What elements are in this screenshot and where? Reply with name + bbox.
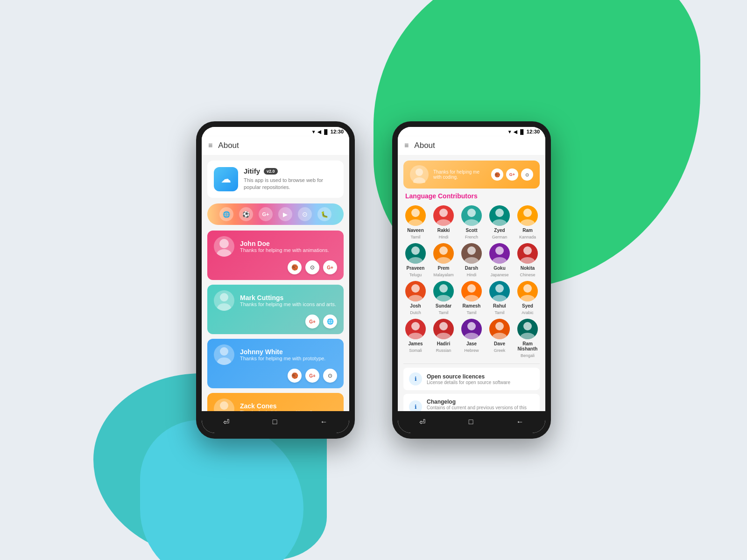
status-bar-left: ▼ ◀ ▐▌ 12:30 <box>202 127 349 136</box>
nav-home-left[interactable]: □ <box>265 416 285 428</box>
name-scott: Scott <box>466 228 478 233</box>
svg-point-16 <box>495 209 504 217</box>
contrib-zyed[interactable]: Zyed German <box>487 205 512 239</box>
contrib-jase[interactable]: Jase Hebrew <box>459 319 484 358</box>
contrib-naveen[interactable]: Naveen Tamil <box>403 205 428 239</box>
contributor-thanks-johnny: Thanks for helping me with prototype. <box>240 356 325 361</box>
name-rahul: Rahul <box>493 303 506 308</box>
mark-social-google[interactable]: G+ <box>305 315 319 329</box>
svg-point-20 <box>411 246 420 255</box>
svg-point-32 <box>439 284 448 293</box>
johnny-social-github[interactable]: ⊙ <box>323 369 337 383</box>
phone-right: ▼ ◀ ▐▌ 12:30 ≡ About <box>392 121 551 439</box>
john-social-google[interactable]: G+ <box>323 260 337 274</box>
avatar-zyed <box>489 205 510 226</box>
contrib-nokita[interactable]: Nokita Chinese <box>515 243 540 277</box>
wifi-icon-right: ▼ <box>507 129 512 134</box>
app-info-section: ☁ Jitify v2.0 This app is used to browse… <box>207 161 344 198</box>
svg-point-44 <box>467 322 476 330</box>
mark-social-web[interactable]: 🌐 <box>323 315 337 329</box>
lang-jase: Hebrew <box>464 348 479 353</box>
svg-point-31 <box>408 295 423 301</box>
name-sundar: Sundar <box>436 303 451 308</box>
contributor-card-john: John Doe Thanks for helping me with anim… <box>207 231 344 280</box>
avatar-rakki <box>433 205 454 226</box>
svg-point-15 <box>464 219 479 226</box>
license-text: Open source licences License details for… <box>427 373 510 385</box>
nav-recent-right[interactable]: ← <box>509 416 531 428</box>
contributor-socials-john: 🏀 ⊙ G+ <box>214 260 337 274</box>
contrib-ram[interactable]: Ram Kannada <box>515 205 540 239</box>
signal-icon: ◀ <box>317 129 321 134</box>
contrib-hadiri[interactable]: Hadiri Russian <box>431 319 456 358</box>
social-icon-bug[interactable]: 🐛 <box>317 207 331 221</box>
status-icons-right: ▼ ◀ ▐▌ 12:30 <box>507 129 540 134</box>
social-icon-github[interactable]: ⊙ <box>298 207 312 221</box>
svg-point-36 <box>495 284 504 293</box>
contributor-card-mark: Mark Cuttings Thanks for helping me with… <box>207 285 344 334</box>
contrib-prem[interactable]: Prem Malayalam <box>431 243 456 277</box>
contrib-praveen[interactable]: Praveen Telugu <box>403 243 428 277</box>
contrib-rakki[interactable]: Rakki Hindi <box>431 205 456 239</box>
lang-zyed: German <box>492 235 507 239</box>
contrib-rahul[interactable]: Rahul Tamil <box>487 281 512 315</box>
contributor-name-johnny: Johnny White <box>240 348 325 356</box>
contrib-syed[interactable]: Syed Arabic <box>515 281 540 315</box>
contributor-info-john: John Doe Thanks for helping me with anim… <box>240 240 329 253</box>
lang-ram-nishanth: Bengali <box>521 353 535 358</box>
contrib-ram-nishanth[interactable]: Ram Nishanth Bengali <box>515 319 540 358</box>
svg-point-37 <box>492 295 507 301</box>
contrib-ramesh[interactable]: Ramesh Tamil <box>459 281 484 315</box>
social-icon-dribbble[interactable]: ⚽ <box>239 207 253 221</box>
avatar-jase <box>461 319 482 339</box>
app-header-right: ≡ About <box>398 136 545 155</box>
name-zyed: Zyed <box>494 228 505 233</box>
app-logo-icon: ☁ <box>221 173 231 185</box>
lang-james: Somali <box>409 348 422 353</box>
social-icon-googleplus[interactable]: G+ <box>259 207 273 221</box>
johnny-social-dribbble[interactable]: 🏀 <box>288 369 302 383</box>
changelog-title: Changelog <box>427 399 534 405</box>
svg-point-23 <box>436 257 451 264</box>
avatar-josh <box>405 281 426 301</box>
menu-icon-left[interactable]: ≡ <box>208 141 212 150</box>
app-header-left: ≡ About <box>202 136 349 155</box>
john-social-dribbble[interactable]: 🏀 <box>288 260 302 274</box>
name-josh: Josh <box>410 303 421 308</box>
contributor-name-john: John Doe <box>240 240 329 247</box>
contrib-scott[interactable]: Scott French <box>459 205 484 239</box>
contributor-card-johnny: Johnny White Thanks for helping me with … <box>207 339 344 388</box>
svg-point-26 <box>495 246 504 255</box>
social-icon-play[interactable]: ▶ <box>278 207 292 221</box>
svg-point-30 <box>411 284 420 293</box>
avatar-prem <box>433 243 454 264</box>
nav-back-left[interactable]: ⏎ <box>216 416 237 428</box>
avatar-ramesh <box>461 281 482 301</box>
social-icon-web[interactable]: 🌐 <box>219 207 233 221</box>
contrib-james[interactable]: James Somali <box>403 319 428 358</box>
contrib-darsh[interactable]: Darsh Hindi <box>459 243 484 277</box>
partial-social-github[interactable]: ⊙ <box>521 168 533 181</box>
name-prem: Prem <box>437 266 449 271</box>
name-jase: Jase <box>466 341 477 346</box>
nav-back-right[interactable]: ⏎ <box>412 416 433 428</box>
svg-point-1 <box>217 249 232 257</box>
info-item-changelog[interactable]: ℹ Changelog Contains of current and prev… <box>403 394 540 411</box>
nav-recent-left[interactable]: ← <box>313 416 335 428</box>
partial-social-dribbble[interactable]: 🏀 <box>491 168 503 181</box>
nav-home-right[interactable]: □ <box>461 416 481 428</box>
name-ramesh: Ramesh <box>463 303 481 308</box>
lang-goku: Japanese <box>490 273 508 277</box>
contrib-dave[interactable]: Dave Greek <box>487 319 512 358</box>
contrib-sundar[interactable]: Sundar Tamil <box>431 281 456 315</box>
menu-icon-right[interactable]: ≡ <box>404 141 409 150</box>
info-item-license[interactable]: ℹ Open source licences License details f… <box>403 368 540 390</box>
john-social-github[interactable]: ⊙ <box>305 260 319 274</box>
contrib-josh[interactable]: Josh Dutch <box>403 281 428 315</box>
partial-social-google[interactable]: G+ <box>506 168 518 181</box>
lang-rakki: Hindi <box>439 235 449 239</box>
contributor-name-mark: Mark Cuttings <box>240 294 336 301</box>
contrib-goku[interactable]: Goku Japanese <box>487 243 512 277</box>
svg-point-0 <box>219 239 229 248</box>
johnny-social-google[interactable]: G+ <box>305 369 319 383</box>
